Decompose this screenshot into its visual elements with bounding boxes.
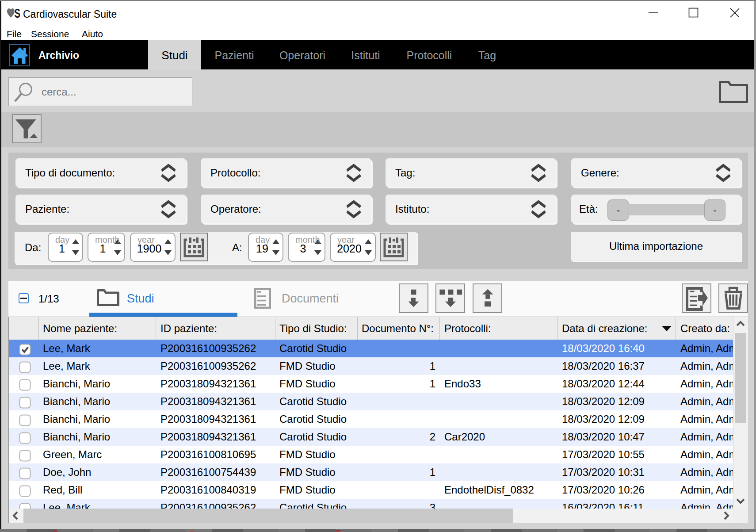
svg-text:S: S [15,7,21,19]
